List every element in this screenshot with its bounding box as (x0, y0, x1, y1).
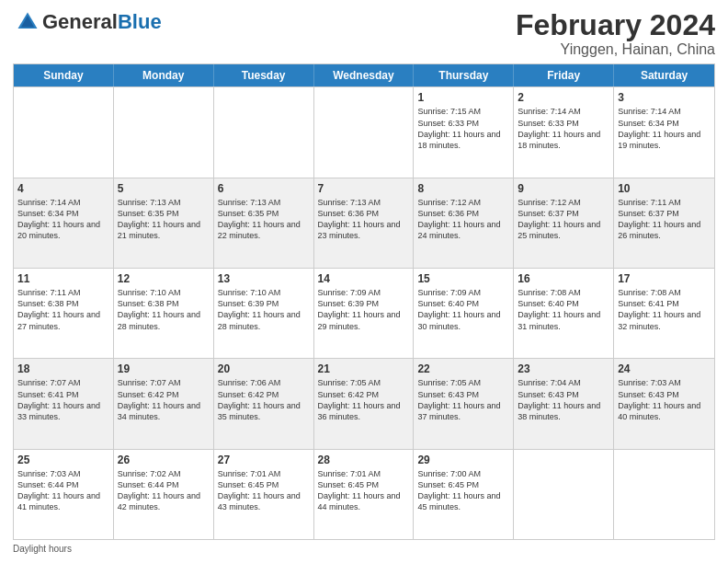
day-header-thursday: Thursday (414, 64, 514, 86)
day-header-tuesday: Tuesday (214, 64, 314, 86)
calendar-cell: 20Sunrise: 7:06 AM Sunset: 6:42 PM Dayli… (214, 359, 314, 448)
cell-info: Sunrise: 7:01 AM Sunset: 6:45 PM Dayligh… (318, 468, 410, 513)
month-title: February 2024 (516, 9, 715, 41)
calendar-cell: 15Sunrise: 7:09 AM Sunset: 6:40 PM Dayli… (414, 269, 514, 358)
day-number: 3 (618, 90, 711, 105)
calendar-cell: 11Sunrise: 7:11 AM Sunset: 6:38 PM Dayli… (14, 269, 114, 358)
calendar-cell: 21Sunrise: 7:05 AM Sunset: 6:42 PM Dayli… (314, 359, 415, 448)
day-header-wednesday: Wednesday (314, 64, 415, 86)
day-number: 29 (417, 453, 509, 467)
cell-info: Sunrise: 7:06 AM Sunset: 6:42 PM Dayligh… (218, 377, 310, 422)
calendar: SundayMondayTuesdayWednesdayThursdayFrid… (13, 63, 715, 540)
cell-info: Sunrise: 7:08 AM Sunset: 6:40 PM Dayligh… (518, 287, 609, 332)
day-number: 26 (118, 453, 210, 467)
calendar-cell: 13Sunrise: 7:10 AM Sunset: 6:39 PM Dayli… (214, 269, 314, 358)
calendar-cell (214, 87, 314, 177)
calendar-cell (14, 87, 114, 177)
logo: GeneralBlue (13, 9, 162, 35)
cell-info: Sunrise: 7:13 AM Sunset: 6:35 PM Dayligh… (218, 197, 310, 242)
header: GeneralBlue February 2024 Yinggen, Haina… (13, 9, 715, 58)
cell-info: Sunrise: 7:01 AM Sunset: 6:45 PM Dayligh… (218, 468, 310, 513)
day-number: 27 (218, 453, 310, 467)
cell-info: Sunrise: 7:12 AM Sunset: 6:36 PM Dayligh… (417, 197, 509, 242)
calendar-cell: 6Sunrise: 7:13 AM Sunset: 6:35 PM Daylig… (214, 178, 314, 268)
day-number: 9 (518, 181, 609, 196)
cell-info: Sunrise: 7:11 AM Sunset: 6:38 PM Dayligh… (17, 287, 109, 332)
calendar-cell: 26Sunrise: 7:02 AM Sunset: 6:44 PM Dayli… (114, 450, 214, 539)
calendar-cell: 27Sunrise: 7:01 AM Sunset: 6:45 PM Dayli… (214, 450, 314, 539)
calendar-cell: 3Sunrise: 7:14 AM Sunset: 6:34 PM Daylig… (614, 87, 714, 177)
calendar-row: 11Sunrise: 7:11 AM Sunset: 6:38 PM Dayli… (14, 268, 714, 358)
day-number: 16 (518, 271, 609, 286)
footer-text: Daylight hours (13, 544, 72, 554)
logo-area: GeneralBlue (13, 9, 162, 35)
calendar-cell (514, 450, 614, 539)
calendar-cell: 25Sunrise: 7:03 AM Sunset: 6:44 PM Dayli… (14, 450, 114, 539)
calendar-cell: 10Sunrise: 7:11 AM Sunset: 6:37 PM Dayli… (614, 178, 714, 268)
calendar-cell: 22Sunrise: 7:05 AM Sunset: 6:43 PM Dayli… (414, 359, 514, 448)
page: GeneralBlue February 2024 Yinggen, Haina… (0, 0, 728, 563)
calendar-cell (114, 87, 214, 177)
cell-info: Sunrise: 7:14 AM Sunset: 6:33 PM Dayligh… (518, 106, 609, 151)
calendar-cell: 29Sunrise: 7:00 AM Sunset: 6:45 PM Dayli… (414, 450, 514, 539)
day-header-monday: Monday (114, 64, 214, 86)
cell-info: Sunrise: 7:15 AM Sunset: 6:33 PM Dayligh… (417, 106, 509, 151)
logo-blue-text: Blue (118, 10, 162, 34)
day-number: 14 (318, 271, 410, 286)
cell-info: Sunrise: 7:05 AM Sunset: 6:42 PM Dayligh… (318, 377, 410, 422)
day-number: 22 (417, 362, 509, 376)
calendar-cell: 19Sunrise: 7:07 AM Sunset: 6:42 PM Dayli… (114, 359, 214, 448)
logo-icon (15, 9, 40, 35)
cell-info: Sunrise: 7:08 AM Sunset: 6:41 PM Dayligh… (618, 287, 711, 332)
day-number: 5 (118, 181, 210, 196)
calendar-cell: 4Sunrise: 7:14 AM Sunset: 6:34 PM Daylig… (14, 178, 114, 268)
cell-info: Sunrise: 7:09 AM Sunset: 6:39 PM Dayligh… (318, 287, 410, 332)
cell-info: Sunrise: 7:11 AM Sunset: 6:37 PM Dayligh… (618, 197, 711, 242)
footer: Daylight hours (13, 544, 715, 554)
cell-info: Sunrise: 7:13 AM Sunset: 6:36 PM Dayligh… (318, 197, 410, 242)
day-header-friday: Friday (514, 64, 614, 86)
calendar-cell (614, 450, 714, 539)
day-number: 4 (17, 181, 109, 196)
day-number: 6 (218, 181, 310, 196)
cell-info: Sunrise: 7:13 AM Sunset: 6:35 PM Dayligh… (118, 197, 210, 242)
calendar-cell: 23Sunrise: 7:04 AM Sunset: 6:43 PM Dayli… (514, 359, 614, 448)
day-number: 25 (17, 453, 109, 467)
day-number: 24 (618, 362, 711, 376)
calendar-header: SundayMondayTuesdayWednesdayThursdayFrid… (14, 64, 714, 86)
calendar-cell: 7Sunrise: 7:13 AM Sunset: 6:36 PM Daylig… (314, 178, 415, 268)
calendar-row: 18Sunrise: 7:07 AM Sunset: 6:41 PM Dayli… (14, 358, 714, 448)
calendar-cell: 24Sunrise: 7:03 AM Sunset: 6:43 PM Dayli… (614, 359, 714, 448)
calendar-cell: 14Sunrise: 7:09 AM Sunset: 6:39 PM Dayli… (314, 269, 415, 358)
cell-info: Sunrise: 7:07 AM Sunset: 6:42 PM Dayligh… (118, 377, 210, 422)
day-header-saturday: Saturday (614, 64, 714, 86)
day-number: 13 (218, 271, 310, 286)
day-number: 10 (618, 181, 711, 196)
calendar-cell: 18Sunrise: 7:07 AM Sunset: 6:41 PM Dayli… (14, 359, 114, 448)
day-number: 2 (518, 90, 609, 105)
cell-info: Sunrise: 7:00 AM Sunset: 6:45 PM Dayligh… (417, 468, 509, 513)
day-number: 8 (417, 181, 509, 196)
calendar-row: 25Sunrise: 7:03 AM Sunset: 6:44 PM Dayli… (14, 449, 714, 539)
calendar-row: 1Sunrise: 7:15 AM Sunset: 6:33 PM Daylig… (14, 86, 714, 177)
day-number: 17 (618, 271, 711, 286)
day-number: 1 (417, 90, 509, 105)
cell-info: Sunrise: 7:14 AM Sunset: 6:34 PM Dayligh… (17, 197, 109, 242)
calendar-cell: 8Sunrise: 7:12 AM Sunset: 6:36 PM Daylig… (414, 178, 514, 268)
calendar-cell: 2Sunrise: 7:14 AM Sunset: 6:33 PM Daylig… (514, 87, 614, 177)
calendar-cell: 17Sunrise: 7:08 AM Sunset: 6:41 PM Dayli… (614, 269, 714, 358)
day-header-sunday: Sunday (14, 64, 114, 86)
day-number: 21 (318, 362, 410, 376)
day-number: 12 (118, 271, 210, 286)
cell-info: Sunrise: 7:03 AM Sunset: 6:43 PM Dayligh… (618, 377, 711, 422)
calendar-cell: 28Sunrise: 7:01 AM Sunset: 6:45 PM Dayli… (314, 450, 415, 539)
cell-info: Sunrise: 7:03 AM Sunset: 6:44 PM Dayligh… (17, 468, 109, 513)
calendar-cell: 9Sunrise: 7:12 AM Sunset: 6:37 PM Daylig… (514, 178, 614, 268)
day-number: 15 (417, 271, 509, 286)
cell-info: Sunrise: 7:04 AM Sunset: 6:43 PM Dayligh… (518, 377, 609, 422)
calendar-cell: 5Sunrise: 7:13 AM Sunset: 6:35 PM Daylig… (114, 178, 214, 268)
cell-info: Sunrise: 7:14 AM Sunset: 6:34 PM Dayligh… (618, 106, 711, 151)
calendar-cell: 16Sunrise: 7:08 AM Sunset: 6:40 PM Dayli… (514, 269, 614, 358)
day-number: 11 (17, 271, 109, 286)
day-number: 20 (218, 362, 310, 376)
